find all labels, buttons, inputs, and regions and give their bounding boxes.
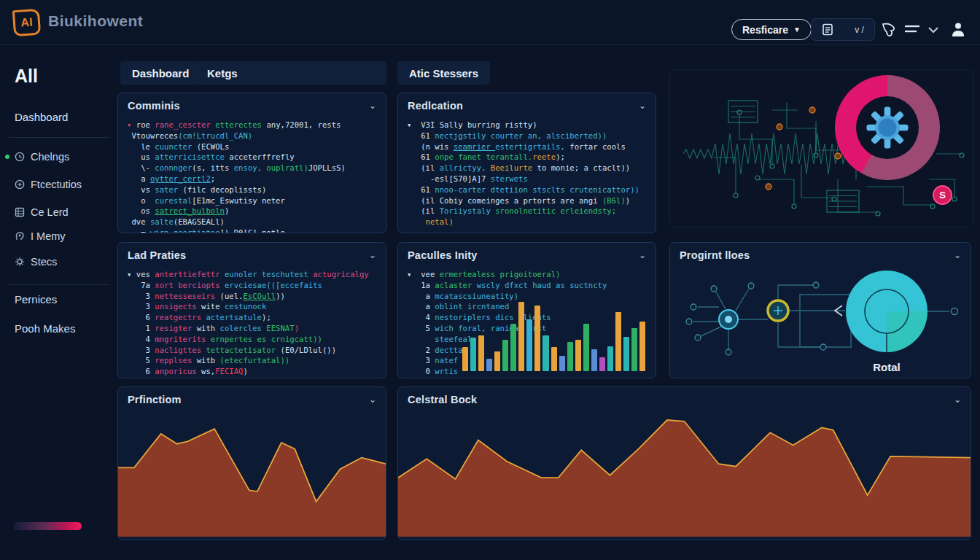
sidebar-item-ftcectutios[interactable]: Ftcectutios xyxy=(15,176,82,192)
code-line: ▾ vee ermertealess prigoitoeral) xyxy=(407,269,647,280)
s-node-badge: S xyxy=(933,185,952,205)
panel-progirnt-lloes: Progirnt lloes ⌄ xyxy=(669,242,971,378)
sidebar-item-pooh-makes[interactable]: Pooh Makes xyxy=(15,322,75,335)
bar xyxy=(607,346,613,371)
tab-dashboard[interactable]: Dashboard xyxy=(120,61,201,85)
code-line: (il Toriiystaly sronolnetitic erleiendst… xyxy=(407,206,647,217)
model-select-button[interactable]: Resficare ▼ xyxy=(731,19,812,40)
cursor-icon[interactable] xyxy=(880,22,897,39)
tab-atic-stessers[interactable]: Atic Stessers xyxy=(397,61,490,85)
bar xyxy=(567,342,573,371)
panel-header: Lad Praties ⌄ xyxy=(118,243,386,267)
app-title: Biukihowent xyxy=(48,12,143,30)
app-header: AI Biukihowent Resficare ▼ v / xyxy=(0,0,980,45)
code-line: 61 onpe fanet terantall.reete); xyxy=(407,152,647,163)
panel-title: Paculles Inity xyxy=(408,249,477,261)
panel-title: Prfinctiom xyxy=(128,394,182,405)
pink-donut-hole xyxy=(856,96,919,159)
panel-paculles-inity: Paculles Inity ⌄ ▾ vee ermertealess prig… xyxy=(397,242,656,378)
document-icon xyxy=(822,23,834,36)
sidebar-item-i-memy[interactable]: I Memy xyxy=(15,228,66,244)
bar xyxy=(478,335,484,371)
code-line: 1a aclaster wscly dfxct haud as suctncty xyxy=(407,280,647,291)
bar xyxy=(486,359,492,371)
code-line: 3 nacligttes tettactetisator (E0/LDlul()… xyxy=(127,345,377,356)
code-block: ▾ V3I Sally burring ristty) 61 nectjgsti… xyxy=(398,117,656,230)
ring-node xyxy=(768,300,788,321)
code-line: 6 reatgectrs actertsatule); xyxy=(127,312,377,323)
code-line: os satrect_bulboln) xyxy=(127,206,377,217)
donut-label: Rotal xyxy=(873,361,901,373)
cyan-donut-chart xyxy=(846,271,928,352)
user-icon[interactable] xyxy=(951,21,965,37)
panel-prfinctiom: Prfinctiom ⌄ xyxy=(117,386,386,540)
code-line: le cuuncter (ECWOLs xyxy=(127,141,377,152)
panel-redlcation: Redlcation ⌄ ▾ V3I Sally burring ristty)… xyxy=(397,93,656,233)
bar xyxy=(518,302,524,371)
panel-comminis: Comminis ⌄ ▾ roe rane_cescter etterectes… xyxy=(117,93,386,233)
panel-header: Redlcation ⌄ xyxy=(398,93,656,117)
code-line: dve salte(EBAGSEALl) xyxy=(127,217,377,228)
node-cluster xyxy=(719,310,738,329)
tab-ketgs[interactable]: Ketgs xyxy=(195,61,386,85)
bar xyxy=(494,351,500,371)
bar xyxy=(583,324,589,371)
chevron-down-icon[interactable] xyxy=(928,26,939,34)
bar xyxy=(534,306,540,371)
code-line: o curestal[E1mc_Eswutisy neter xyxy=(127,195,377,206)
chevron-down-icon[interactable]: ⌄ xyxy=(639,101,646,110)
bar xyxy=(462,347,468,371)
chevron-down-icon[interactable]: ⌄ xyxy=(954,395,961,404)
sidebar-item-label: I Memy xyxy=(31,230,66,242)
code-line: ▾ V3I Sally burring ristty) xyxy=(407,120,647,131)
header-doc-group[interactable]: v / xyxy=(811,18,875,41)
sidebar-item-label: Ce Lerd xyxy=(31,206,69,218)
sidebar-item-ce-lerd[interactable]: Ce Lerd xyxy=(15,204,69,220)
area-chart xyxy=(118,411,386,537)
bar xyxy=(615,312,621,371)
sidebar-section-title: All xyxy=(15,66,38,87)
code-line: a mcatascsiuneatity) xyxy=(407,291,647,302)
code-line: (n wis seamrier estertigrtails, fortar c… xyxy=(407,141,647,152)
chevron-down-icon[interactable]: ⌄ xyxy=(639,251,646,260)
sidebar-item-stecs[interactable]: Stecs xyxy=(15,254,57,270)
code-line: (il Cobiy comeinges a prtorts are angi (… xyxy=(407,195,647,206)
sidebar-item-label: Stecs xyxy=(31,256,57,268)
code-line: 61 nectjgstily courter an, alsciberted)) xyxy=(407,131,647,141)
chevron-down-icon[interactable]: ⌄ xyxy=(369,395,376,404)
panel-title: Celstral Bock xyxy=(408,394,477,405)
sidebar-item-pernices[interactable]: Pernices xyxy=(15,293,57,306)
app-logo-icon: AI xyxy=(12,9,41,36)
panel-lad-praties: Lad Praties ⌄ ▾ ves anterttiefettr eunol… xyxy=(117,242,386,378)
code-line: \- connnger(s, itts ensoy, ouplratl)JOPL… xyxy=(127,163,377,174)
bar xyxy=(639,322,645,371)
sidebar-item-dashboard[interactable]: Dashboard xyxy=(15,111,68,123)
code-line: 7a xort berciopts ervciesae(([eccefaits xyxy=(127,280,377,291)
model-select-label: Resficare xyxy=(742,24,788,36)
sidebar-item-label: Chelngs xyxy=(31,151,69,163)
chevron-down-icon[interactable]: ⌄ xyxy=(369,251,376,260)
bar xyxy=(559,356,565,371)
panel-header: Paculles Inity ⌄ xyxy=(398,243,656,267)
bar xyxy=(575,340,581,371)
bar xyxy=(542,335,548,371)
code-line: 3 nettesseseirs (uel.EsCOull)) xyxy=(127,291,377,302)
node-flow-diagram: Rotal xyxy=(670,267,971,376)
panel-header: Prfinctiom ⌄ xyxy=(118,387,386,411)
chevron-down-icon[interactable]: ⌄ xyxy=(369,101,376,110)
code-line: 1 resigter with colercles EESNAT) xyxy=(127,323,377,334)
area-chart xyxy=(398,411,971,537)
code-line: 3 unsigects wite cestunock xyxy=(127,301,377,312)
code-line: netal) xyxy=(407,217,647,228)
code-line: vs sater (filc decoplissts) xyxy=(127,184,377,195)
sidebar-item-chelngs[interactable]: Chelngs xyxy=(15,149,69,165)
menu-icon[interactable] xyxy=(904,25,920,34)
code-line: 61 nnoo-carter dtetiion stsclts crutenic… xyxy=(407,184,647,195)
clock-icon xyxy=(15,152,25,162)
code-line: = wirn_geortiatoe]) D0[C].notle xyxy=(127,228,377,233)
chevron-down-icon[interactable]: ⌄ xyxy=(954,251,961,260)
code-line: 4 mngriterits ernpertes es crnigcatt)) xyxy=(127,334,377,345)
panel-title: Comminis xyxy=(128,100,180,112)
chevron-down-icon: ▼ xyxy=(793,26,801,34)
code-line: us atterricisettce acceterffrefly xyxy=(127,152,377,163)
